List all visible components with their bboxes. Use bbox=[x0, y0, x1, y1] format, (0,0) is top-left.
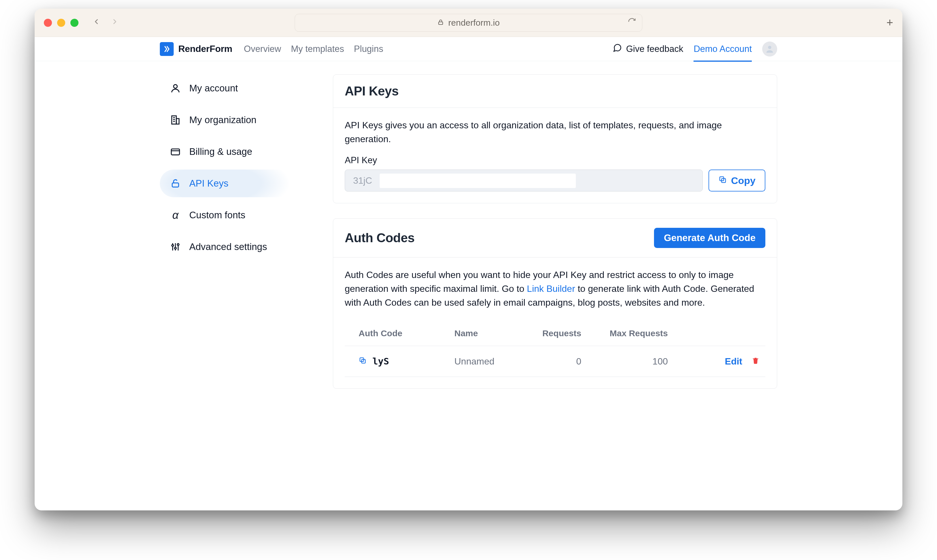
api-keys-title: API Keys bbox=[345, 84, 399, 98]
credit-card-icon bbox=[170, 146, 181, 157]
col-max-requests: Max Requests bbox=[587, 321, 673, 346]
col-name: Name bbox=[448, 321, 518, 346]
delete-auth-code-icon[interactable] bbox=[752, 356, 760, 366]
lock-icon bbox=[437, 18, 444, 28]
auth-code-name: Unnamed bbox=[448, 346, 518, 377]
nav-my-templates[interactable]: My templates bbox=[291, 44, 344, 54]
svg-point-2 bbox=[174, 85, 177, 88]
address-bar[interactable]: renderform.io bbox=[295, 14, 643, 32]
copy-icon bbox=[718, 175, 727, 186]
nav-plugins[interactable]: Plugins bbox=[354, 44, 384, 54]
svg-point-16 bbox=[177, 244, 179, 245]
brand-logo-icon bbox=[160, 42, 174, 56]
svg-rect-10 bbox=[172, 183, 179, 187]
table-row: lyS Unnamed 0 100 Edit bbox=[345, 346, 765, 377]
copy-auth-code-icon[interactable] bbox=[359, 356, 367, 367]
sidebar-item-advanced-settings[interactable]: Advanced settings bbox=[160, 233, 298, 261]
brand[interactable]: RenderForm bbox=[160, 42, 232, 56]
lock-open-icon bbox=[170, 178, 181, 189]
col-requests: Requests bbox=[518, 321, 587, 346]
avatar[interactable] bbox=[762, 42, 777, 57]
nav-overview[interactable]: Overview bbox=[244, 44, 281, 54]
sidebar-item-label: My organization bbox=[189, 114, 256, 125]
reload-icon[interactable] bbox=[628, 17, 636, 28]
svg-point-1 bbox=[768, 46, 771, 49]
sidebar-item-label: Billing & usage bbox=[189, 146, 252, 157]
api-keys-card: API Keys API Keys gives you an access to… bbox=[333, 74, 777, 203]
window-controls bbox=[44, 19, 79, 27]
svg-point-12 bbox=[172, 245, 173, 246]
top-nav: Overview My templates Plugins bbox=[244, 44, 383, 54]
svg-point-14 bbox=[174, 248, 176, 249]
sliders-icon bbox=[170, 241, 181, 252]
auth-code-preview: lyS bbox=[373, 356, 389, 367]
account-link[interactable]: Demo Account bbox=[694, 44, 752, 62]
api-key-value-preview: 31jC bbox=[353, 170, 372, 191]
link-builder-link[interactable]: Link Builder bbox=[527, 283, 575, 294]
window-minimize-icon[interactable] bbox=[57, 19, 65, 27]
sidebar-item-api-keys[interactable]: API Keys bbox=[160, 169, 298, 197]
api-key-field-label: API Key bbox=[345, 155, 765, 166]
sidebar-item-custom-fonts[interactable]: α Custom fonts bbox=[160, 201, 298, 229]
sidebar-item-label: My account bbox=[189, 83, 238, 94]
building-icon bbox=[170, 114, 181, 126]
api-key-input[interactable]: 31jC bbox=[345, 169, 703, 191]
browser-window: renderform.io + RenderForm Overview bbox=[35, 9, 902, 511]
sidebar-item-billing[interactable]: Billing & usage bbox=[160, 138, 298, 166]
window-maximize-icon[interactable] bbox=[70, 19, 79, 27]
auth-codes-table: Auth Code Name Requests Max Requests bbox=[345, 321, 765, 377]
brand-name: RenderForm bbox=[178, 43, 232, 54]
sidebar-item-label: Advanced settings bbox=[189, 242, 267, 252]
svg-rect-0 bbox=[439, 22, 443, 25]
user-icon bbox=[170, 83, 181, 94]
browser-chrome: renderform.io + bbox=[35, 9, 902, 37]
auth-codes-card: Auth Codes Generate Auth Code Auth Codes… bbox=[333, 218, 777, 389]
settings-sidebar: My account My organization Billing & usa… bbox=[160, 74, 298, 499]
copy-button-label: Copy bbox=[731, 175, 755, 186]
window-close-icon[interactable] bbox=[44, 19, 52, 27]
give-feedback-button[interactable]: Give feedback bbox=[613, 43, 683, 55]
new-tab-icon[interactable]: + bbox=[886, 16, 893, 29]
col-auth-code: Auth Code bbox=[345, 321, 448, 346]
svg-rect-8 bbox=[171, 149, 180, 155]
sidebar-item-my-account[interactable]: My account bbox=[160, 74, 298, 102]
app-body: My account My organization Billing & usa… bbox=[35, 61, 902, 511]
edit-auth-code-button[interactable]: Edit bbox=[725, 356, 742, 366]
sidebar-item-my-organization[interactable]: My organization bbox=[160, 106, 298, 134]
chat-icon bbox=[613, 43, 622, 55]
auth-code-requests: 0 bbox=[518, 346, 587, 377]
address-bar-host: renderform.io bbox=[448, 18, 500, 28]
svg-rect-4 bbox=[176, 118, 179, 124]
auth-code-max-requests: 100 bbox=[587, 346, 673, 377]
copy-api-key-button[interactable]: Copy bbox=[709, 169, 765, 191]
give-feedback-label: Give feedback bbox=[626, 44, 683, 54]
app-header: RenderForm Overview My templates Plugins… bbox=[35, 37, 902, 61]
alpha-icon: α bbox=[170, 209, 181, 221]
sidebar-item-label: API Keys bbox=[189, 178, 228, 189]
api-keys-description: API Keys gives you an access to all orga… bbox=[345, 118, 765, 146]
main-content: API Keys API Keys gives you an access to… bbox=[333, 74, 777, 499]
sidebar-item-label: Custom fonts bbox=[189, 210, 245, 221]
api-key-redaction-mask bbox=[380, 174, 576, 188]
nav-forward-icon[interactable] bbox=[111, 16, 119, 30]
auth-codes-title: Auth Codes bbox=[345, 231, 415, 245]
auth-codes-description: Auth Codes are useful when you want to h… bbox=[345, 268, 765, 309]
generate-auth-code-button[interactable]: Generate Auth Code bbox=[654, 228, 765, 248]
nav-back-icon[interactable] bbox=[92, 16, 100, 30]
